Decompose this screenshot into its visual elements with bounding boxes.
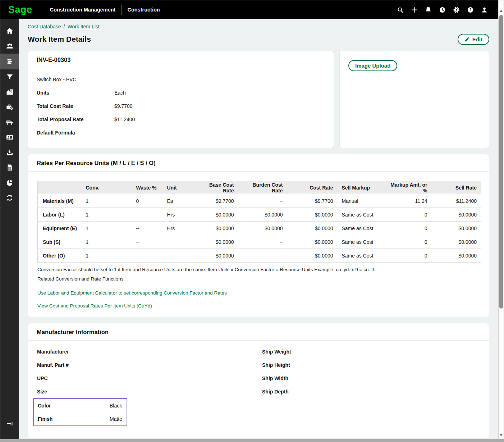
help-button[interactable]: ? bbox=[465, 4, 476, 15]
people-icon bbox=[6, 42, 14, 50]
col-sell-markup: Sell Markup bbox=[338, 181, 384, 194]
nav-sync[interactable] bbox=[0, 190, 19, 205]
jobs-clock-icon bbox=[6, 103, 14, 111]
cell-sell-markup: Same as Cost bbox=[338, 249, 384, 263]
settings-icon bbox=[453, 6, 460, 14]
table-row-other: Other (O) 1 -- $0.0000 -- $0.0000 Same a… bbox=[38, 249, 481, 263]
edit-button-label: Edit bbox=[472, 36, 482, 42]
nav-company[interactable] bbox=[0, 85, 19, 100]
help-icon: ? bbox=[467, 6, 474, 14]
cell-markup-amt: 11.24 bbox=[384, 194, 432, 208]
field-manufacturer: Manufacturer bbox=[37, 345, 262, 358]
col-unit: Unit bbox=[163, 181, 196, 194]
cell-cost: $0.0000 bbox=[287, 208, 338, 222]
field-label: Units bbox=[37, 90, 114, 96]
nav-filter[interactable] bbox=[0, 69, 19, 85]
field-size: Size bbox=[37, 385, 262, 398]
field-label: Ship Width bbox=[262, 375, 334, 381]
cell-markup-amt: 0 bbox=[384, 235, 432, 249]
module-title[interactable]: Construction bbox=[127, 7, 160, 13]
home-icon bbox=[6, 27, 14, 35]
col-cost-rate: Cost Rate bbox=[287, 181, 338, 194]
col-waste: Waste % bbox=[132, 181, 163, 194]
field-color: Color Black bbox=[38, 399, 127, 412]
breadcrumb-cost-database[interactable]: Cost Database bbox=[28, 24, 61, 29]
company-icon bbox=[6, 88, 14, 96]
nav-jobs[interactable] bbox=[0, 100, 19, 115]
exit-icon bbox=[6, 420, 14, 428]
nav-collapse[interactable] bbox=[0, 416, 19, 431]
cell-conv: 1 bbox=[82, 208, 132, 222]
cell-unit: Hrs bbox=[163, 222, 196, 235]
nav-people[interactable] bbox=[0, 38, 19, 54]
cell-unit bbox=[163, 249, 196, 263]
cell-resource: Materials (M) bbox=[38, 194, 82, 208]
scroll-down-icon[interactable] bbox=[500, 434, 503, 436]
rates-title: Rates Per Resource Units (M / L / E / S … bbox=[28, 154, 489, 172]
image-upload-card: Image Upload bbox=[339, 51, 489, 148]
cost-database-icon bbox=[6, 58, 14, 65]
nav-import[interactable] bbox=[0, 145, 19, 160]
cell-waste: -- bbox=[132, 222, 163, 235]
add-button[interactable] bbox=[409, 4, 420, 15]
cell-base: $9.7700 bbox=[196, 194, 238, 208]
col-conv: Conv. bbox=[82, 181, 132, 194]
field-label: Total Cost Rate bbox=[37, 103, 114, 109]
filter-icon bbox=[6, 73, 14, 81]
divider bbox=[121, 5, 122, 15]
cell-sell-markup: Same as Cost bbox=[338, 222, 384, 235]
nav-equipment[interactable] bbox=[0, 115, 19, 130]
main-content: Cost Database / Work Item List Work Item… bbox=[19, 19, 498, 439]
field-label: Total Proposal Rate bbox=[37, 117, 114, 122]
nav-cost-database[interactable] bbox=[0, 54, 19, 69]
cell-sell-rate: $0.0000 bbox=[432, 222, 481, 235]
cell-burden: $0.0000 bbox=[238, 208, 287, 222]
labor-equipment-calculator-link[interactable]: Use Labor and Equipment Calculator to se… bbox=[37, 290, 227, 296]
nav-analytics[interactable] bbox=[0, 175, 19, 190]
field-default-formula: Default Formula bbox=[37, 126, 325, 139]
edit-button[interactable]: Edit bbox=[458, 34, 489, 45]
field-label: Ship Depth bbox=[262, 389, 334, 395]
field-value: Black bbox=[110, 403, 122, 409]
left-nav bbox=[0, 19, 19, 439]
account-button[interactable] bbox=[479, 4, 490, 15]
breadcrumb-work-item-list[interactable]: Work Item List bbox=[68, 24, 100, 29]
cell-sell-markup: Same as Cost bbox=[338, 235, 384, 249]
recents-button[interactable] bbox=[437, 4, 448, 15]
cell-waste: -- bbox=[132, 208, 163, 222]
cell-sell-rate: $11.2400 bbox=[432, 194, 481, 208]
search-icon bbox=[397, 6, 404, 14]
field-label: Color bbox=[38, 403, 110, 409]
nav-home[interactable] bbox=[0, 23, 19, 38]
account-icon bbox=[481, 6, 488, 14]
scrollbar-thumb[interactable] bbox=[499, 15, 503, 309]
cell-unit: Ea bbox=[163, 194, 196, 208]
import-icon bbox=[6, 149, 14, 156]
recents-icon bbox=[439, 6, 446, 14]
manufacturer-title: Manufacturer Information bbox=[28, 323, 489, 341]
cell-unit: Hrs bbox=[163, 208, 196, 222]
cell-resource: Labor (L) bbox=[38, 208, 82, 222]
field-label: Finish bbox=[38, 416, 110, 422]
scroll-up-icon[interactable] bbox=[500, 10, 503, 12]
cell-sell-markup: Same as Cost bbox=[338, 208, 384, 222]
nav-contacts[interactable] bbox=[0, 130, 19, 145]
topbar-actions: ? bbox=[395, 4, 498, 15]
image-upload-button[interactable]: Image Upload bbox=[348, 60, 397, 71]
notifications-button[interactable] bbox=[423, 4, 434, 15]
cell-resource: Equipment (E) bbox=[38, 222, 82, 235]
field-ship-depth: Ship Depth bbox=[262, 385, 480, 398]
cell-markup-amt: 0 bbox=[384, 249, 432, 263]
col-resource bbox=[38, 181, 82, 194]
settings-button[interactable] bbox=[451, 4, 462, 15]
field-value: $9.7700 bbox=[114, 103, 133, 109]
view-cost-proposal-rates-link[interactable]: View Cost and Proposal Rates Per Item Un… bbox=[37, 303, 152, 309]
field-value: Matte bbox=[110, 416, 122, 422]
vertical-scrollbar[interactable] bbox=[498, 0, 504, 439]
cell-base: $0.0000 bbox=[196, 235, 238, 249]
manufacturer-card: Manufacturer Information Manufacturer Ma… bbox=[28, 323, 489, 438]
nav-reports[interactable] bbox=[0, 160, 19, 175]
search-button[interactable] bbox=[395, 4, 406, 15]
divider bbox=[44, 5, 44, 15]
cell-sell-rate: $0.0000 bbox=[432, 249, 481, 263]
